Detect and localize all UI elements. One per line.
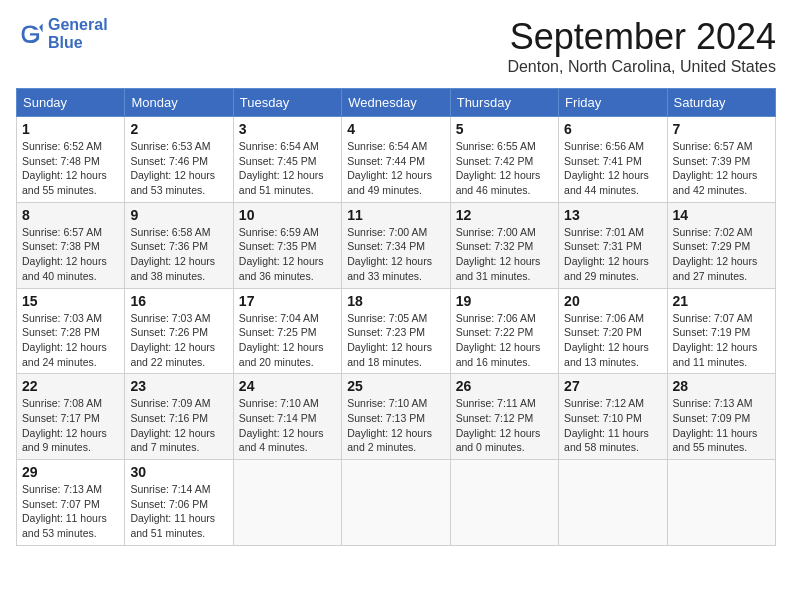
day-info: Sunrise: 7:07 AMSunset: 7:19 PMDaylight:… (673, 312, 758, 368)
day-number: 25 (347, 378, 444, 394)
day-number: 24 (239, 378, 336, 394)
calendar-cell: 30 Sunrise: 7:14 AMSunset: 7:06 PMDaylig… (125, 460, 233, 546)
calendar-cell: 3 Sunrise: 6:54 AMSunset: 7:45 PMDayligh… (233, 117, 341, 203)
day-info: Sunrise: 7:06 AMSunset: 7:20 PMDaylight:… (564, 312, 649, 368)
day-info: Sunrise: 6:57 AMSunset: 7:39 PMDaylight:… (673, 140, 758, 196)
day-number: 18 (347, 293, 444, 309)
calendar-cell: 19 Sunrise: 7:06 AMSunset: 7:22 PMDaylig… (450, 288, 558, 374)
day-number: 16 (130, 293, 227, 309)
day-info: Sunrise: 7:10 AMSunset: 7:14 PMDaylight:… (239, 397, 324, 453)
day-number: 5 (456, 121, 553, 137)
day-number: 13 (564, 207, 661, 223)
calendar-cell: 1 Sunrise: 6:52 AMSunset: 7:48 PMDayligh… (17, 117, 125, 203)
calendar-cell: 5 Sunrise: 6:55 AMSunset: 7:42 PMDayligh… (450, 117, 558, 203)
day-number: 4 (347, 121, 444, 137)
day-header-thursday: Thursday (450, 89, 558, 117)
day-number: 6 (564, 121, 661, 137)
day-number: 7 (673, 121, 770, 137)
day-number: 12 (456, 207, 553, 223)
calendar-cell: 15 Sunrise: 7:03 AMSunset: 7:28 PMDaylig… (17, 288, 125, 374)
day-number: 1 (22, 121, 119, 137)
day-number: 3 (239, 121, 336, 137)
calendar-cell: 24 Sunrise: 7:10 AMSunset: 7:14 PMDaylig… (233, 374, 341, 460)
calendar: SundayMondayTuesdayWednesdayThursdayFrid… (16, 88, 776, 546)
day-number: 21 (673, 293, 770, 309)
calendar-cell: 29 Sunrise: 7:13 AMSunset: 7:07 PMDaylig… (17, 460, 125, 546)
day-info: Sunrise: 6:52 AMSunset: 7:48 PMDaylight:… (22, 140, 107, 196)
day-info: Sunrise: 7:02 AMSunset: 7:29 PMDaylight:… (673, 226, 758, 282)
day-info: Sunrise: 7:00 AMSunset: 7:32 PMDaylight:… (456, 226, 541, 282)
day-info: Sunrise: 7:08 AMSunset: 7:17 PMDaylight:… (22, 397, 107, 453)
location: Denton, North Carolina, United States (507, 58, 776, 76)
header: General Blue September 2024 Denton, Nort… (16, 16, 776, 76)
calendar-cell: 16 Sunrise: 7:03 AMSunset: 7:26 PMDaylig… (125, 288, 233, 374)
logo: General Blue (16, 16, 108, 52)
month-title: September 2024 (507, 16, 776, 58)
day-header-tuesday: Tuesday (233, 89, 341, 117)
calendar-cell: 21 Sunrise: 7:07 AMSunset: 7:19 PMDaylig… (667, 288, 775, 374)
day-info: Sunrise: 7:14 AMSunset: 7:06 PMDaylight:… (130, 483, 215, 539)
day-header-saturday: Saturday (667, 89, 775, 117)
day-info: Sunrise: 7:00 AMSunset: 7:34 PMDaylight:… (347, 226, 432, 282)
day-info: Sunrise: 7:06 AMSunset: 7:22 PMDaylight:… (456, 312, 541, 368)
day-number: 20 (564, 293, 661, 309)
day-number: 30 (130, 464, 227, 480)
calendar-cell (667, 460, 775, 546)
day-info: Sunrise: 7:01 AMSunset: 7:31 PMDaylight:… (564, 226, 649, 282)
day-info: Sunrise: 7:03 AMSunset: 7:26 PMDaylight:… (130, 312, 215, 368)
calendar-cell: 26 Sunrise: 7:11 AMSunset: 7:12 PMDaylig… (450, 374, 558, 460)
day-number: 27 (564, 378, 661, 394)
day-number: 9 (130, 207, 227, 223)
calendar-cell: 18 Sunrise: 7:05 AMSunset: 7:23 PMDaylig… (342, 288, 450, 374)
logo-icon (16, 20, 44, 48)
day-number: 23 (130, 378, 227, 394)
calendar-cell (450, 460, 558, 546)
day-number: 2 (130, 121, 227, 137)
day-number: 11 (347, 207, 444, 223)
day-info: Sunrise: 7:11 AMSunset: 7:12 PMDaylight:… (456, 397, 541, 453)
calendar-cell: 11 Sunrise: 7:00 AMSunset: 7:34 PMDaylig… (342, 202, 450, 288)
day-info: Sunrise: 7:05 AMSunset: 7:23 PMDaylight:… (347, 312, 432, 368)
day-info: Sunrise: 7:13 AMSunset: 7:09 PMDaylight:… (673, 397, 758, 453)
calendar-cell: 10 Sunrise: 6:59 AMSunset: 7:35 PMDaylig… (233, 202, 341, 288)
day-info: Sunrise: 6:59 AMSunset: 7:35 PMDaylight:… (239, 226, 324, 282)
day-info: Sunrise: 7:13 AMSunset: 7:07 PMDaylight:… (22, 483, 107, 539)
calendar-cell: 27 Sunrise: 7:12 AMSunset: 7:10 PMDaylig… (559, 374, 667, 460)
day-info: Sunrise: 7:10 AMSunset: 7:13 PMDaylight:… (347, 397, 432, 453)
calendar-cell: 20 Sunrise: 7:06 AMSunset: 7:20 PMDaylig… (559, 288, 667, 374)
day-info: Sunrise: 6:57 AMSunset: 7:38 PMDaylight:… (22, 226, 107, 282)
logo-text: General Blue (48, 16, 108, 52)
calendar-cell: 9 Sunrise: 6:58 AMSunset: 7:36 PMDayligh… (125, 202, 233, 288)
day-info: Sunrise: 6:54 AMSunset: 7:45 PMDaylight:… (239, 140, 324, 196)
title-area: September 2024 Denton, North Carolina, U… (507, 16, 776, 76)
day-number: 22 (22, 378, 119, 394)
day-info: Sunrise: 6:55 AMSunset: 7:42 PMDaylight:… (456, 140, 541, 196)
day-info: Sunrise: 6:56 AMSunset: 7:41 PMDaylight:… (564, 140, 649, 196)
day-header-friday: Friday (559, 89, 667, 117)
day-number: 8 (22, 207, 119, 223)
day-info: Sunrise: 6:53 AMSunset: 7:46 PMDaylight:… (130, 140, 215, 196)
day-header-monday: Monday (125, 89, 233, 117)
day-info: Sunrise: 7:12 AMSunset: 7:10 PMDaylight:… (564, 397, 649, 453)
day-header-wednesday: Wednesday (342, 89, 450, 117)
calendar-cell: 8 Sunrise: 6:57 AMSunset: 7:38 PMDayligh… (17, 202, 125, 288)
calendar-cell: 28 Sunrise: 7:13 AMSunset: 7:09 PMDaylig… (667, 374, 775, 460)
day-number: 17 (239, 293, 336, 309)
day-number: 14 (673, 207, 770, 223)
day-info: Sunrise: 7:09 AMSunset: 7:16 PMDaylight:… (130, 397, 215, 453)
day-number: 15 (22, 293, 119, 309)
calendar-cell: 2 Sunrise: 6:53 AMSunset: 7:46 PMDayligh… (125, 117, 233, 203)
calendar-cell (559, 460, 667, 546)
calendar-cell: 4 Sunrise: 6:54 AMSunset: 7:44 PMDayligh… (342, 117, 450, 203)
day-info: Sunrise: 6:54 AMSunset: 7:44 PMDaylight:… (347, 140, 432, 196)
day-number: 19 (456, 293, 553, 309)
calendar-cell: 13 Sunrise: 7:01 AMSunset: 7:31 PMDaylig… (559, 202, 667, 288)
calendar-cell: 17 Sunrise: 7:04 AMSunset: 7:25 PMDaylig… (233, 288, 341, 374)
calendar-cell (233, 460, 341, 546)
day-number: 29 (22, 464, 119, 480)
day-number: 28 (673, 378, 770, 394)
calendar-cell: 22 Sunrise: 7:08 AMSunset: 7:17 PMDaylig… (17, 374, 125, 460)
day-number: 10 (239, 207, 336, 223)
calendar-cell: 23 Sunrise: 7:09 AMSunset: 7:16 PMDaylig… (125, 374, 233, 460)
day-info: Sunrise: 7:04 AMSunset: 7:25 PMDaylight:… (239, 312, 324, 368)
